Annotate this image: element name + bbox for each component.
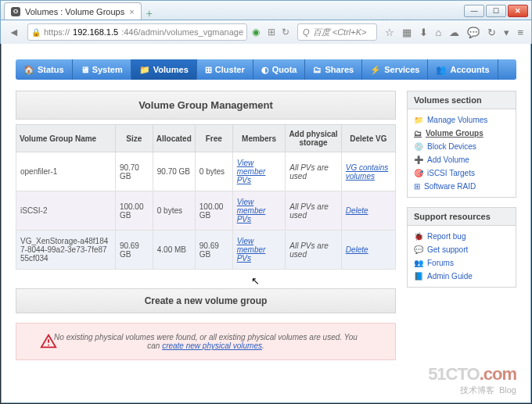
add-storage-cell: All PVs are used (286, 231, 341, 270)
star-icon[interactable]: ☆ (385, 27, 394, 38)
volume-group-table: Volume Group NameSizeAllocatedFreeMember… (16, 124, 396, 270)
nav-system[interactable]: 🖥System (73, 59, 131, 80)
feed-icon[interactable]: ▦ (402, 27, 412, 38)
nav-status[interactable]: 🏠Status (16, 59, 73, 80)
warning-icon (40, 333, 57, 350)
vg-size: 90.69 GB (115, 231, 153, 270)
vg-free: 90.69 GB (195, 231, 232, 270)
status-icon: 🏠 (23, 65, 34, 75)
support-item[interactable]: 💬Get support (414, 243, 509, 256)
volumes-item[interactable]: 💿Block Devices (414, 140, 509, 153)
volumes-item[interactable]: ➕Add Volume (414, 153, 509, 166)
col-header: Add physical storage (286, 125, 341, 152)
view-members-link[interactable]: View member PVs (237, 159, 266, 184)
quota-icon: ◐ (261, 65, 269, 75)
cloud-icon[interactable]: ☁ (449, 27, 459, 38)
volumes-item[interactable]: 📁Manage Volumes (414, 113, 509, 127)
vg-free: 0 bytes (195, 152, 232, 191)
page-title: Volume Group Management (16, 91, 396, 120)
nav-accounts[interactable]: 👥Accounts (428, 59, 498, 80)
table-row: VG_XenStorage-a48f1847-8044-99a2-3e73-7f… (16, 231, 396, 270)
chat-icon[interactable]: 💬 (467, 27, 480, 38)
support-section-title: Support resources (408, 208, 516, 226)
shares-icon: 🗂 (313, 65, 322, 74)
cluster-icon: ⊞ (205, 65, 212, 75)
browser-titlebar: O Volumes : Volume Groups × + — ☐ ✕ (0, 0, 532, 20)
vg-size: 90.70 GB (115, 152, 153, 191)
delete-vg-link[interactable]: VG contains volumes (346, 163, 388, 181)
support-section-panel: Support resources 🐞Report bug💬Get suppor… (407, 207, 516, 288)
side-icon: ➕ (414, 156, 423, 164)
nav-shares[interactable]: 🗂Shares (305, 59, 362, 80)
main-nav: 🏠Status🖥System📁Volumes⊞Cluster◐Quota🗂Sha… (16, 59, 516, 80)
delete-vg-link[interactable]: Delete (346, 206, 368, 215)
refresh-icon[interactable]: ↻ (282, 27, 289, 38)
vg-name: VG_XenStorage-a48f1847-8044-99a2-3e73-7f… (16, 231, 116, 270)
nav-cluster[interactable]: ⊞Cluster (197, 59, 253, 80)
page-viewport: 🏠Status🖥System📁Volumes⊞Cluster◐Quota🗂Sha… (1, 44, 531, 403)
vg-size: 100.00 GB (115, 191, 153, 231)
system-icon: 🖥 (81, 65, 89, 74)
volumes-item[interactable]: 🎯iSCSI Targets (414, 166, 509, 180)
shield-icon[interactable]: ◉ (252, 27, 260, 38)
side-icon: 💿 (414, 142, 423, 151)
nav-volumes[interactable]: 📁Volumes (131, 59, 197, 80)
browser-toolbar: ◄ 🔒 https://192.168.1.5:446/admin/volume… (0, 20, 532, 44)
add-storage-cell: All PVs are used (286, 152, 341, 191)
side-icon: 📁 (414, 116, 423, 124)
tab-title: Volumes : Volume Groups (25, 7, 124, 16)
volumes-item[interactable]: ⊞Software RAID (414, 180, 509, 193)
reload-icon[interactable]: ↻ (487, 27, 496, 38)
menu-icon[interactable]: ≡ (517, 27, 523, 38)
ext-icon[interactable]: ▾ (504, 27, 509, 38)
view-members-link[interactable]: View member PVs (237, 198, 266, 223)
maximize-button[interactable]: ☐ (486, 5, 506, 17)
volumes-section-panel: Volumes section 📁Manage Volumes🗂Volume G… (407, 91, 516, 198)
col-header: Delete VG (341, 125, 395, 152)
support-item[interactable]: 🐞Report bug (414, 230, 509, 243)
home-icon[interactable]: ⌂ (436, 27, 442, 38)
new-tab-button[interactable]: + (142, 7, 157, 20)
nav-services[interactable]: ⚡Services (362, 59, 428, 80)
vg-alloc: 4.00 MB (153, 231, 195, 270)
back-button[interactable]: ◄ (5, 23, 23, 41)
minimize-button[interactable]: — (464, 5, 484, 17)
col-header: Allocated (153, 125, 195, 152)
services-icon: ⚡ (370, 65, 381, 75)
nav-quota[interactable]: ◐Quota (253, 59, 306, 80)
close-tab-icon[interactable]: × (129, 7, 134, 16)
side-icon: 👥 (414, 259, 423, 267)
col-header: Size (115, 125, 153, 152)
grid-icon[interactable]: ⊞ (268, 27, 275, 38)
search-input[interactable]: Q 百度 <Ctrl+K> (297, 23, 376, 41)
support-item[interactable]: 👥Forums (414, 256, 509, 270)
warning-box: No existing physical volumes were found,… (16, 323, 396, 360)
support-item[interactable]: 📘Admin Guide (414, 270, 509, 283)
side-icon: ⊞ (414, 182, 420, 191)
url-input[interactable]: 🔒 https://192.168.1.5:446/admin/volumes_… (27, 23, 247, 41)
watermark: 51CTO.com 技术博客 Blog (428, 364, 516, 396)
svg-point-1 (48, 345, 49, 346)
side-icon: 🗂 (414, 129, 422, 138)
volumes-section-title: Volumes section (408, 91, 516, 109)
side-icon: 💬 (414, 245, 423, 254)
view-members-link[interactable]: View member PVs (237, 237, 266, 263)
side-icon: 📘 (414, 272, 423, 281)
side-icon: 🎯 (414, 169, 423, 177)
delete-vg-link[interactable]: Delete (346, 245, 368, 254)
close-window-button[interactable]: ✕ (508, 5, 528, 17)
tab-favicon: O (11, 7, 20, 16)
vg-alloc: 0 bytes (153, 191, 195, 231)
side-icon: 🐞 (414, 232, 423, 241)
search-engine-icon: Q (303, 27, 310, 37)
add-storage-cell: All PVs are used (286, 191, 341, 231)
col-header: Members (232, 125, 286, 152)
vg-alloc: 90.70 GB (153, 152, 195, 191)
search-placeholder: 百度 <Ctrl+K> (313, 27, 367, 38)
create-pv-link[interactable]: create new physical volumes (162, 341, 262, 350)
browser-tab[interactable]: O Volumes : Volume Groups × (4, 2, 142, 20)
table-row: iSCSI-2100.00 GB0 bytes100.00 GBView mem… (16, 191, 396, 231)
download-icon[interactable]: ⬇ (419, 27, 428, 38)
volumes-item[interactable]: 🗂Volume Groups (414, 127, 509, 140)
vg-free: 100.00 GB (195, 191, 232, 231)
